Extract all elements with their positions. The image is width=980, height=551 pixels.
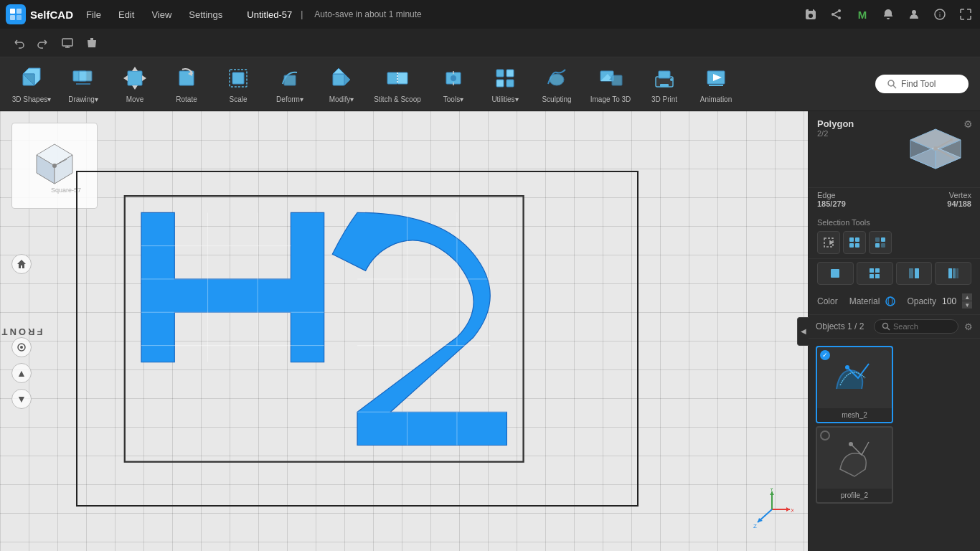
share-icon[interactable] [828, 6, 845, 23]
svg-point-4 [838, 9, 841, 12]
opacity-up-button[interactable]: ▲ [962, 293, 972, 301]
svg-rect-114 [948, 268, 952, 278]
3d-shapes-icon [17, 64, 46, 93]
separator: | [301, 9, 303, 19]
redo-button[interactable] [33, 33, 53, 53]
scale-label: Scale [229, 95, 247, 104]
svg-rect-115 [953, 268, 956, 278]
svg-rect-102 [855, 243, 859, 248]
tool-3d-print[interactable]: 3D Print [639, 59, 690, 109]
logo-icon [6, 4, 26, 24]
svg-marker-31 [344, 74, 350, 85]
tool-tools[interactable]: Tools▾ [428, 59, 479, 109]
image-to-3d-icon [596, 64, 625, 93]
svg-rect-100 [855, 237, 859, 242]
nav-reset-button[interactable] [11, 337, 32, 357]
search-box[interactable] [874, 319, 958, 334]
panel-settings-button[interactable]: ⚙ [963, 118, 973, 130]
material-icon[interactable] [885, 295, 895, 308]
menu-settings[interactable]: Settings [184, 9, 227, 20]
m-icon[interactable]: M [854, 6, 871, 23]
notification-icon[interactable] [880, 6, 897, 23]
tool-rotate[interactable]: Rotate [161, 59, 212, 109]
svg-point-119 [883, 324, 888, 329]
delete-button[interactable] [82, 33, 102, 53]
object-thumb-profile2[interactable]: profile_2 [816, 426, 893, 504]
app-logo[interactable]: SelfCAD [6, 4, 73, 24]
selection-tools-section: Selection Tools [809, 214, 980, 259]
save-icon[interactable] [802, 6, 819, 23]
object-unselected-indicator [820, 430, 830, 441]
tool-move[interactable]: Move [109, 59, 161, 109]
stitch-scoop-icon [383, 64, 412, 93]
front-label: FRONT [0, 326, 42, 336]
tool-sculpting[interactable]: Sculpting [531, 59, 583, 109]
viewport[interactable]: Square-57 ▲ ▼ FRONT [0, 111, 808, 551]
menu-edit[interactable]: Edit [114, 9, 138, 20]
select-box-button[interactable] [817, 231, 840, 254]
find-tool-button[interactable]: Find Tool [875, 75, 969, 93]
tool-drawing[interactable]: Drawing▾ [57, 59, 109, 109]
select-invert-button[interactable] [869, 231, 892, 254]
vertex-stat: Vertex 94/188 [947, 191, 971, 208]
svg-rect-19 [128, 71, 142, 85]
opacity-down-button[interactable]: ▼ [962, 301, 972, 309]
svg-point-95 [950, 138, 953, 141]
opacity-stepper[interactable]: ▲ ▼ [962, 293, 972, 309]
deform-label: Deform▾ [276, 95, 303, 104]
transform-grid-button[interactable] [857, 262, 893, 285]
fullscreen-icon[interactable] [957, 6, 974, 23]
svg-point-121 [845, 365, 849, 369]
tool-utilities[interactable]: Utilities▾ [479, 59, 531, 109]
tool-modify[interactable]: Modify▾ [316, 59, 367, 109]
svg-line-56 [893, 85, 896, 88]
svg-rect-40 [507, 70, 514, 77]
find-tool-label: Find Tool [901, 79, 936, 89]
svg-line-8 [834, 15, 839, 17]
monitor-button[interactable] [57, 33, 77, 53]
tool-stitch-scoop[interactable]: Stitch & Scoop [367, 59, 428, 109]
svg-text:Y: Y [770, 488, 774, 492]
polygon-text: Polygon 2/2 [817, 118, 894, 138]
nav-up-button[interactable]: ▲ [11, 363, 32, 383]
object-selected-check: ✓ [820, 350, 830, 360]
svg-rect-49 [659, 71, 670, 78]
coordinate-axes: X Y Z [750, 488, 793, 531]
stitch-scoop-label: Stitch & Scoop [374, 95, 421, 104]
svg-rect-17 [79, 71, 92, 81]
panel-toggle-button[interactable]: ◀ [797, 317, 809, 346]
svg-rect-108 [870, 268, 874, 273]
menu-file[interactable]: File [82, 9, 105, 20]
select-all-button[interactable] [843, 231, 866, 254]
search-input[interactable] [893, 322, 951, 331]
info-icon[interactable]: i [931, 6, 948, 23]
tool-animation[interactable]: Animation [690, 59, 742, 109]
svg-rect-2 [10, 15, 15, 20]
nav-home-button[interactable] [11, 254, 32, 274]
svg-point-50 [670, 78, 673, 81]
nav-down-button[interactable]: ▼ [11, 389, 32, 409]
user-icon[interactable] [905, 6, 923, 23]
tool-scale[interactable]: Scale [212, 59, 264, 109]
menu-view[interactable]: View [147, 9, 176, 20]
opacity-label: Opacity [907, 296, 936, 306]
transform-poly-button[interactable] [817, 262, 854, 285]
edge-label: Edge [817, 191, 846, 199]
transform-sphere-button[interactable] [896, 262, 933, 285]
3d-print-label: 3D Print [651, 95, 677, 104]
objects-count: Objects 1 / 2 [816, 321, 868, 331]
rotate-icon [172, 64, 201, 93]
tool-3d-shapes[interactable]: 3D Shapes▾ [6, 59, 57, 109]
transform-cage-button[interactable] [935, 262, 971, 285]
object-thumb-mesh2[interactable]: ✓ mesh_2 [816, 346, 893, 423]
tool-deform[interactable]: Deform▾ [264, 59, 316, 109]
undo-button[interactable] [9, 33, 29, 53]
objects-settings-button[interactable]: ⚙ [964, 321, 973, 332]
svg-marker-20 [132, 67, 138, 71]
mesh-stats: Edge 185/279 Vertex 94/188 [809, 188, 980, 214]
tool-image-to-3d[interactable]: Image To 3D [583, 59, 639, 109]
svg-rect-116 [956, 268, 958, 278]
animation-label: Animation [700, 95, 732, 104]
objects-grid: ✓ mesh_2 [809, 339, 980, 511]
polygon-count: 2/2 [817, 129, 894, 138]
